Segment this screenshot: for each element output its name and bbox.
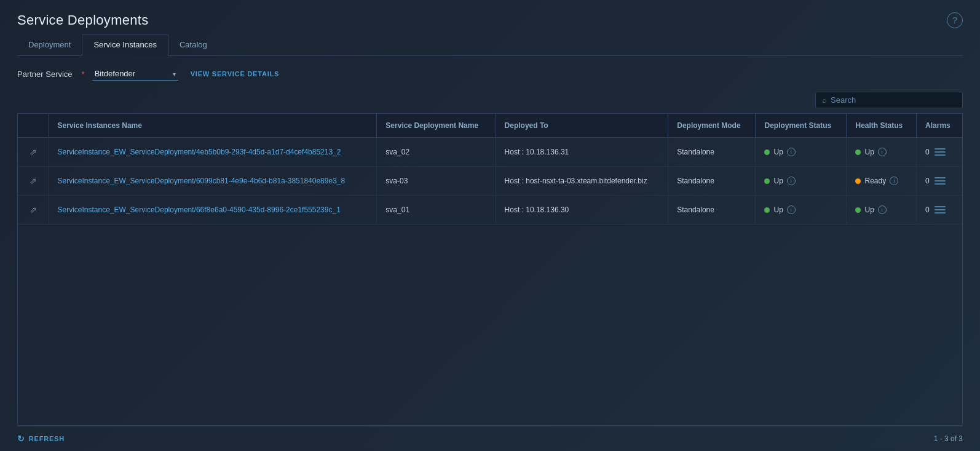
deployed-to: Host : 10.18.136.30 [496,196,668,225]
partner-service-label: Partner Service [17,70,73,79]
partner-service-select[interactable]: Bitdefender [92,67,178,81]
alarm-lines-icon[interactable] [935,148,946,156]
deployment-status-dot [764,150,770,155]
partner-service-select-wrapper: Bitdefender ▾ [92,67,178,81]
deployment-name: sva-03 [377,167,496,196]
deployment-name: sva_02 [377,138,496,167]
deployment-status-info-icon[interactable]: i [787,148,796,156]
table-header-row: Service Instances Name Service Deploymen… [18,114,962,138]
deployment-status-dot [764,207,770,213]
deployed-to: Host : host-nsxt-ta-03.xteam.bitdefender… [496,167,668,196]
deployment-status: Up i [756,196,847,225]
row-icon[interactable]: ⇗ [18,138,49,167]
deployment-mode: Standalone [668,138,756,167]
table-row: ⇗ServiceInstance_EW_ServiceDeployment/4e… [18,138,962,167]
health-status-text: Up [864,206,874,214]
help-icon[interactable]: ? [947,12,963,28]
col-alarms: Alarms [917,114,962,138]
health-status: Up i [847,196,917,225]
instance-name: ServiceInstance_EW_ServiceDeployment/609… [49,167,377,196]
health-status-info-icon[interactable]: i [890,177,898,185]
tab-catalog[interactable]: Catalog [168,35,218,55]
health-status-dot [855,207,861,213]
deployment-status-info-icon[interactable]: i [787,206,796,214]
deployment-mode: Standalone [668,196,756,225]
instances-table: Service Instances Name Service Deploymen… [17,113,963,426]
health-status-info-icon[interactable]: i [878,206,887,214]
search-box: ⌕ [815,92,963,108]
deployment-status-text: Up [773,148,783,156]
tab-service-instances[interactable]: Service Instances [82,34,168,56]
col-deployment-name: Service Deployment Name [377,114,496,138]
deployment-mode: Standalone [668,167,756,196]
col-name: Service Instances Name [49,114,377,138]
required-star: * [82,70,85,79]
health-status-dot [855,150,861,155]
alarms-cell: 0 [917,196,962,225]
refresh-icon: ↻ [17,434,25,444]
deployment-status-text: Up [773,206,783,214]
alarm-count: 0 [925,206,930,214]
view-service-details-link[interactable]: VIEW SERVICE DETAILS [191,70,280,78]
col-icon [18,114,49,138]
deployed-to: Host : 10.18.136.31 [496,138,668,167]
tab-deployment[interactable]: Deployment [17,35,82,55]
row-icon[interactable]: ⇗ [18,167,49,196]
col-deployment-mode: Deployment Mode [668,114,756,138]
health-status: Ready i [847,167,917,196]
pagination-text: 1 - 3 of 3 [934,434,963,443]
col-deployment-status: Deployment Status [756,114,847,138]
deployment-name: sva_01 [377,196,496,225]
table-footer: ↻ REFRESH 1 - 3 of 3 [17,426,963,451]
alarms-cell: 0 [917,138,962,167]
page-title: Service Deployments [17,12,149,28]
refresh-button[interactable]: ↻ REFRESH [17,434,65,444]
alarms-cell: 0 [917,167,962,196]
health-status: Up i [847,138,917,167]
search-icon: ⌕ [822,95,827,105]
col-deployed-to: Deployed To [496,114,668,138]
refresh-label: REFRESH [29,435,65,442]
instance-name: ServiceInstance_EW_ServiceDeployment/66f… [49,196,377,225]
alarm-lines-icon[interactable] [935,206,946,214]
alarm-lines-icon[interactable] [935,177,946,185]
search-input[interactable] [831,95,956,105]
col-health-status: Health Status [847,114,917,138]
health-status-text: Ready [864,177,886,185]
row-icon[interactable]: ⇗ [18,196,49,225]
instance-name: ServiceInstance_EW_ServiceDeployment/4eb… [49,138,377,167]
alarm-count: 0 [925,148,930,156]
tabs-bar: Deployment Service Instances Catalog [17,34,963,56]
health-status-text: Up [864,148,874,156]
health-status-dot [855,178,861,184]
deployment-status-text: Up [773,177,783,185]
deployment-status-info-icon[interactable]: i [787,177,796,185]
deployment-status: Up i [756,167,847,196]
table-row: ⇗ServiceInstance_EW_ServiceDeployment/60… [18,167,962,196]
deployment-status: Up i [756,138,847,167]
deployment-status-dot [764,178,770,184]
alarm-count: 0 [925,177,930,185]
health-status-info-icon[interactable]: i [878,148,887,156]
table-row: ⇗ServiceInstance_EW_ServiceDeployment/66… [18,196,962,225]
